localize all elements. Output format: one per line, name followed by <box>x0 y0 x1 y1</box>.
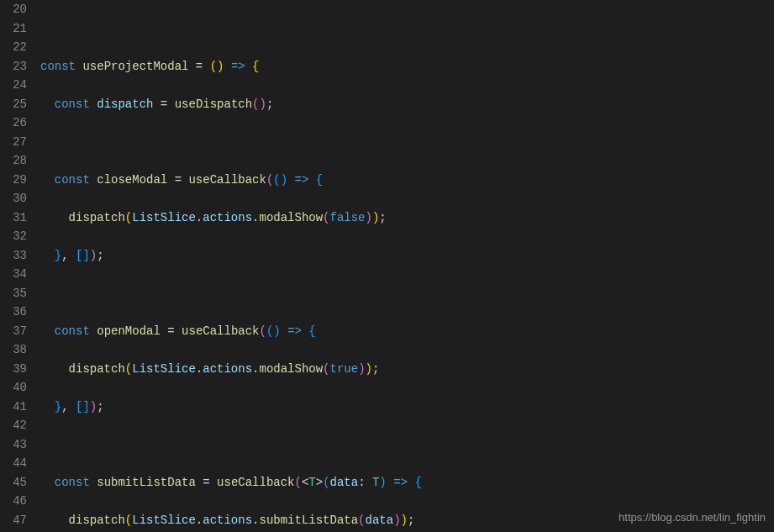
line-number: 44 <box>0 454 27 473</box>
line-number: 38 <box>0 340 27 360</box>
line-number: 39 <box>0 360 27 379</box>
code-line[interactable] <box>40 435 774 455</box>
line-number: 40 <box>0 378 27 398</box>
code-line[interactable]: dispatch(ListSlice.actions.modalShow(tru… <box>40 360 774 379</box>
line-number: 20 <box>0 0 27 19</box>
line-number: 33 <box>0 246 27 266</box>
code-area[interactable]: const useProjectModal = () => { const di… <box>40 0 774 532</box>
code-line[interactable] <box>40 19 774 39</box>
watermark-text: https://blog.csdn.net/lin_fightin <box>619 508 766 528</box>
code-editor[interactable]: 20 21 22 23 24 25 26 27 28 29 30 31 32 3… <box>0 0 774 532</box>
line-number: 27 <box>0 133 27 152</box>
line-number: 34 <box>0 265 27 284</box>
line-number: 29 <box>0 171 27 190</box>
code-line[interactable] <box>40 133 774 152</box>
code-line[interactable]: }, []); <box>40 246 774 266</box>
line-number: 21 <box>0 19 27 39</box>
line-number: 32 <box>0 227 27 246</box>
line-number: 31 <box>0 208 27 228</box>
code-line[interactable]: const openModal = useCallback(() => { <box>40 322 774 341</box>
line-number: 37 <box>0 322 27 341</box>
line-number: 24 <box>0 76 27 95</box>
line-number: 45 <box>0 473 27 492</box>
line-number: 41 <box>0 398 27 417</box>
line-number: 36 <box>0 303 27 322</box>
line-number: 25 <box>0 95 27 114</box>
line-number-gutter: 20 21 22 23 24 25 26 27 28 29 30 31 32 3… <box>0 0 40 532</box>
code-line[interactable]: const submitListData = useCallback(<T>(d… <box>40 473 774 492</box>
line-number: 30 <box>0 189 27 208</box>
line-number: 28 <box>0 151 27 171</box>
code-line[interactable]: const useProjectModal = () => { <box>40 57 774 76</box>
line-number: 46 <box>0 492 27 511</box>
line-number: 26 <box>0 113 27 133</box>
line-number: 47 <box>0 511 27 530</box>
code-line[interactable]: const dispatch = useDispatch(); <box>40 95 774 114</box>
line-number: 43 <box>0 435 27 455</box>
code-line[interactable] <box>40 284 774 303</box>
code-line[interactable]: const closeModal = useCallback(() => { <box>40 171 774 190</box>
line-number: 23 <box>0 57 27 76</box>
line-number: 35 <box>0 284 27 303</box>
line-number: 22 <box>0 38 27 57</box>
code-line[interactable]: }, []); <box>40 398 774 417</box>
line-number: 42 <box>0 416 27 435</box>
code-line[interactable]: dispatch(ListSlice.actions.modalShow(fal… <box>40 208 774 228</box>
